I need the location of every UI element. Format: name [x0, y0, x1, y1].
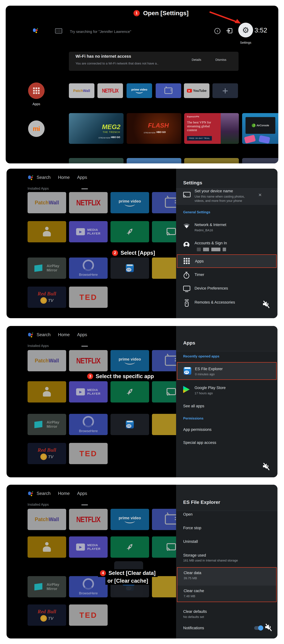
- banner-expressvpn[interactable]: ExpressVPN The best VPN for streaming gl…: [184, 113, 239, 144]
- close-icon[interactable]: ✕: [258, 192, 262, 198]
- step-3-badge: 3: [87, 373, 93, 379]
- app-tile-airplay[interactable]: AirPlayMirror: [28, 576, 66, 597]
- sidebar-item-timer[interactable]: Timer: [195, 272, 204, 277]
- es-file-explorer-icon: ES: [126, 420, 134, 428]
- app-tile-tv[interactable]: [156, 83, 181, 98]
- vpn-cta-button[interactable]: FREE 30-DAY TRIAL: [187, 136, 212, 140]
- sidebar-item-special-app-access[interactable]: Special app access: [183, 440, 216, 445]
- sidebar-item-app-permissions[interactable]: App permissions: [183, 428, 212, 432]
- sidebar-item-storage-used[interactable]: Storage used: [183, 553, 206, 558]
- app-tile-netflix[interactable]: NETFLIX: [69, 350, 108, 371]
- app-tile-ted[interactable]: TED: [69, 443, 108, 464]
- app-tile-rocket[interactable]: [110, 536, 149, 558]
- banner-airconsole[interactable]: AirConsole: [242, 113, 278, 144]
- app-tile-redbull[interactable]: Red BullTV: [28, 286, 66, 308]
- play-store-subtitle: 17 hours ago: [195, 392, 213, 395]
- app-tile-patchwall[interactable]: PatchWall: [28, 350, 66, 371]
- sidebar-item-see-all-apps[interactable]: See all apps: [183, 404, 204, 408]
- airplay-icon: [34, 421, 45, 428]
- account-icon: [183, 242, 190, 248]
- app-tile-rocket[interactable]: [110, 381, 149, 402]
- rocket-icon: [123, 386, 136, 398]
- muted-speaker-icon: [262, 463, 271, 471]
- banner-flash[interactable]: FLASH STREAM NOW HBO GO: [127, 113, 181, 144]
- notifications-toggle[interactable]: [254, 626, 263, 630]
- app-tile-plus[interactable]: +: [212, 83, 238, 98]
- rocket-icon: [123, 225, 136, 238]
- sidebar-item-clear-cache[interactable]: Clear cache 7.48 MB: [177, 586, 276, 602]
- sidebar-item-clear-data[interactable]: Clear data 39.75 MB: [177, 568, 276, 586]
- sidebar-item-clear-defaults[interactable]: Clear defaults: [183, 610, 207, 614]
- folder-play-icon: ▶: [76, 544, 85, 550]
- sidebar-item-remotes[interactable]: Remotes & Accessories: [195, 300, 235, 304]
- app-tile-prime[interactable]: prime video: [110, 192, 149, 213]
- sidebar-item-network[interactable]: Network & Internet: [195, 223, 226, 227]
- gamepad-pink: [244, 135, 256, 144]
- sidebar-item-notifications[interactable]: Notifications: [183, 626, 204, 630]
- banner-meg2[interactable]: MEG2 THE TRENCH STREAM NOW HBO GO: [69, 113, 123, 144]
- app-tile-media[interactable]: ▶MEDIAPLAYER: [69, 381, 108, 402]
- app-tile-person[interactable]: [28, 381, 66, 402]
- flash-tag: STREAM NOW: [144, 132, 156, 134]
- card-title: Set your device name: [195, 189, 233, 193]
- display-icon: [183, 286, 190, 292]
- app-tile-redbull[interactable]: Red BullTV: [28, 604, 66, 626]
- app-tile-patchwall[interactable]: PatchWall: [28, 192, 66, 213]
- airplay-icon: [34, 264, 45, 272]
- browsehere-icon: [83, 260, 94, 271]
- app-tile-person[interactable]: [28, 536, 66, 558]
- card-desc-1: Use this name when casting photos,: [195, 195, 245, 198]
- sidebar-item-uninstall[interactable]: Uninstall: [183, 540, 198, 544]
- sidebar-item-device-preferences[interactable]: Device Preferences: [195, 286, 228, 290]
- sidebar-item-force-stop[interactable]: Force stop: [183, 526, 201, 530]
- app-tile-browsehere[interactable]: BrowseHere: [69, 258, 108, 279]
- cast-icon: [167, 228, 176, 236]
- app-tile-prime[interactable]: prime video: [110, 350, 149, 371]
- clear-cache-size: 7.48 MB: [184, 594, 195, 598]
- es-file-explorer-icon: ES: [184, 367, 191, 375]
- app-tile-person[interactable]: [28, 221, 66, 242]
- app-tile-prime[interactable]: prime video: [126, 83, 152, 98]
- app-tile-patchwall[interactable]: PatchWall: [28, 509, 66, 530]
- app-tile-rocket[interactable]: [110, 221, 149, 242]
- mi-channel-button[interactable]: mi: [28, 120, 45, 137]
- app-tile-netflix[interactable]: NETFLIX: [69, 192, 108, 213]
- cast-icon: [167, 543, 176, 551]
- sidebar-item-es-file-explorer[interactable]: ES ES File Explorer 0 minutes ago: [177, 362, 277, 380]
- app-tile-airplay[interactable]: AirPlayMirror: [28, 414, 66, 435]
- sidebar-item-open[interactable]: Open: [183, 512, 193, 516]
- app-tile-ted[interactable]: TED: [69, 286, 108, 308]
- app-tile-airplay[interactable]: AirPlayMirror: [28, 258, 66, 279]
- tv-icon: [165, 356, 178, 366]
- panel-home-screen: 1 Open [Settings] Try searching for "Jen…: [6, 6, 278, 164]
- sidebar-header: ES File Explorer: [176, 485, 277, 511]
- app-tile-media[interactable]: ▶MEDIAPLAYER: [69, 221, 108, 242]
- app-tile-browsehere[interactable]: BrowseHere: [69, 414, 108, 435]
- app-tile-redbull[interactable]: Red BullTV: [28, 443, 66, 464]
- browsehere-icon: [83, 578, 94, 590]
- vpn-headline: The best VPN for streaming global conten…: [187, 120, 213, 132]
- clear-cache-title: Clear cache: [184, 589, 204, 593]
- folder-play-icon: ▶: [76, 388, 85, 396]
- app-tile-es[interactable]: ES: [110, 258, 149, 279]
- app-tile-media[interactable]: ▶MEDIAPLAYER: [69, 536, 108, 558]
- app-tile-netflix[interactable]: NETFLIX: [69, 509, 108, 530]
- app-tile-youtube[interactable]: ▶YouTube: [184, 83, 209, 98]
- gamepad-blue: [259, 135, 270, 144]
- sidebar-header: Settings: [176, 169, 277, 188]
- es-file-explorer-icon: ES: [126, 264, 134, 272]
- hbo-go-logo: HBO GO: [157, 131, 166, 134]
- app-tile-netflix[interactable]: NETFLIX: [97, 83, 123, 98]
- sidebar-item-accounts[interactable]: Accounts & Sign In: [195, 241, 227, 245]
- tutorial-page: 1 Open [Settings] Try searching for "Jen…: [0, 0, 284, 644]
- app-tile-es[interactable]: ES: [110, 414, 149, 435]
- app-tile-patchwall[interactable]: PatchWall: [69, 83, 94, 98]
- app-tile-prime[interactable]: prime video: [110, 509, 149, 530]
- sidebar-item-play-store[interactable]: Google Play Store: [195, 386, 226, 390]
- sidebar-item-apps-highlight[interactable]: Apps: [177, 254, 277, 268]
- folder-play-icon: ▶: [76, 228, 85, 235]
- clear-data-cache-highlight: Clear data 39.75 MB Clear cache 7.48 MB: [177, 567, 277, 602]
- device-name-card[interactable]: Set your device name Use this name when …: [176, 188, 277, 205]
- app-tile-ted[interactable]: TED: [69, 604, 108, 626]
- sidebar-item-apps: Apps: [195, 259, 204, 264]
